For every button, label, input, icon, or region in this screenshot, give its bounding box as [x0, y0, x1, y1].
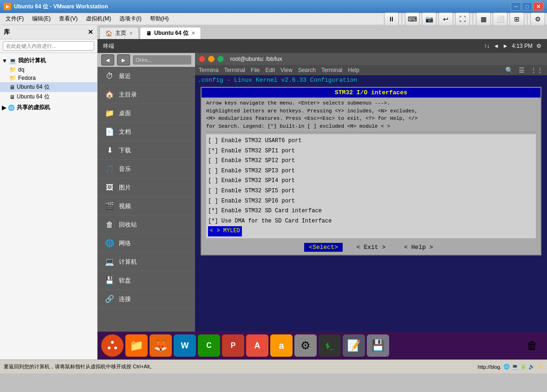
- tab-ubuntu64[interactable]: 🖥 Ubuntu 64 位 ✕: [140, 27, 201, 39]
- desktop-icon: 📁: [105, 109, 114, 118]
- search-input[interactable]: [3, 41, 94, 51]
- maximize-button[interactable]: □: [522, 2, 532, 11]
- term-menu-terminal[interactable]: Terminal: [224, 67, 245, 73]
- taskbar-impress-icon[interactable]: P: [222, 334, 244, 357]
- nav-desktop[interactable]: 📁 桌面: [98, 104, 195, 123]
- list-item-9-selected[interactable]: < > MYLED: [208, 226, 242, 236]
- sidebar-section-shared-vms[interactable]: ▶ 🌐 共享的虚拟机: [0, 102, 97, 112]
- forward-button[interactable]: ►: [117, 54, 130, 65]
- taskbar-ubuntu-icon[interactable]: [101, 334, 124, 357]
- menu-tab[interactable]: 选项卡(I): [116, 14, 145, 24]
- nav-documents[interactable]: 📄 文档: [98, 123, 195, 141]
- view-button[interactable]: ▦: [476, 13, 491, 26]
- nav-home[interactable]: 🏠 主目录: [98, 85, 195, 104]
- nav-videos[interactable]: 🎬 视频: [98, 197, 195, 216]
- home-tab-icon: 🏠: [105, 30, 112, 37]
- menu-help[interactable]: 帮助(H): [146, 14, 173, 24]
- list-item-3[interactable]: [ ] Enable STM32 SPI3 port: [208, 166, 534, 176]
- taskbar-files-icon[interactable]: 📁: [125, 334, 148, 357]
- vm-icon-ubuntu1: 🖥: [9, 84, 15, 91]
- list-item-0[interactable]: [ ] Enable STM32 USART6 port: [208, 136, 534, 146]
- menu-vm[interactable]: 虚拟机(M): [82, 14, 115, 24]
- taskbar-amazon-icon[interactable]: a: [270, 334, 293, 357]
- select-button[interactable]: <Select>: [304, 243, 342, 252]
- menu-view[interactable]: 查看(V): [55, 14, 81, 24]
- sidebar-search-container: [0, 39, 97, 53]
- term-menu-help[interactable]: Help: [348, 67, 359, 73]
- nav-connect[interactable]: 🔗 连接: [98, 290, 195, 308]
- list-item-4[interactable]: [ ] Enable STM32 SPI4 port: [208, 176, 534, 186]
- taskbar-notes-icon[interactable]: 📝: [343, 334, 365, 357]
- list-item-2[interactable]: [ ] Enable STM32 SPI2 port: [208, 156, 534, 166]
- content-area: 🏠 主页 ✕ 🖥 Ubuntu 64 位 ✕ 终端 ↑↓ ◄ ►: [98, 25, 547, 359]
- terminal-area[interactable]: root@ubuntu: /bb/lux Termina Terminal Fi…: [195, 53, 547, 332]
- terminal-body[interactable]: .config - Linux Kernel v2.6.33 Configura…: [195, 75, 547, 332]
- sidebar-close-icon[interactable]: ✕: [88, 28, 93, 36]
- unity-button[interactable]: ⊞: [509, 13, 524, 26]
- sidebar-item-fedora[interactable]: 📁 Fedora: [0, 74, 97, 82]
- menuconfig-list[interactable]: [ ] Enable STM32 USART6 port [*] Enable …: [206, 134, 536, 238]
- term-menu-file[interactable]: File: [251, 67, 260, 73]
- list-item-8[interactable]: [*] Use DMA for the SD Card Interface: [208, 216, 534, 227]
- menu-file[interactable]: 文件(F): [2, 14, 27, 24]
- menu-bar: 文件(F) 编辑(E) 查看(V) 虚拟机(M) 选项卡(I) 帮助(H) ⏸ …: [0, 13, 547, 25]
- list-item-6[interactable]: [ ] Enable STM32 SPI6 port: [208, 196, 534, 207]
- terminal-maximize-btn[interactable]: [217, 56, 224, 62]
- terminal-bottom-prompt: [195, 257, 547, 267]
- location-bar[interactable]: OHrs...: [133, 55, 191, 65]
- term-menu-view[interactable]: View: [280, 67, 293, 73]
- taskbar-terminal-icon[interactable]: $_: [319, 334, 341, 357]
- taskbar-firefox-icon[interactable]: 🦊: [150, 334, 172, 357]
- close-button[interactable]: ✕: [533, 2, 543, 11]
- terminal-close-btn[interactable]: [199, 56, 205, 62]
- nav-downloads[interactable]: ⬇ 下载: [98, 141, 195, 160]
- sidebar-item-dq[interactable]: 📁 dq: [0, 65, 97, 74]
- taskbar-writer-icon[interactable]: W: [174, 334, 196, 357]
- trash-icon: 🗑: [105, 221, 114, 229]
- location-text: OHrs...: [136, 57, 152, 63]
- ubuntu64-tab-close[interactable]: ✕: [191, 31, 195, 36]
- nav-trash[interactable]: 🗑 回收站: [98, 216, 195, 234]
- pause-button[interactable]: ⏸: [384, 13, 399, 26]
- taskbar-calc-icon[interactable]: C: [198, 334, 220, 357]
- status-url: http://blog.: [478, 364, 501, 370]
- revert-button[interactable]: ↩: [438, 13, 453, 26]
- taskbar-disks-icon[interactable]: 💾: [367, 334, 389, 357]
- list-item-7[interactable]: [*] Enable STM32 SD Card interface: [208, 206, 534, 216]
- list-item-1[interactable]: [*] Enable STM32 SPI1 port: [208, 146, 534, 157]
- terminal-minimize-btn[interactable]: [208, 56, 215, 62]
- sidebar-item-ubuntu1[interactable]: 🖥 Ubuntu 64 位: [0, 82, 97, 92]
- send-ctrl-alt-del[interactable]: ⌨: [405, 13, 420, 26]
- nav-floppy[interactable]: 💾 软盘: [98, 271, 195, 290]
- ubuntu-vm-display[interactable]: 终端 ↑↓ ◄ ► 4:13 PM ⚙ ◄ ►: [98, 39, 547, 359]
- taskbar-trash[interactable]: 🗑: [521, 334, 543, 357]
- tab-home[interactable]: 🏠 主页 ✕: [99, 27, 139, 39]
- term-menu-edit[interactable]: Edit: [265, 67, 275, 73]
- nav-music[interactable]: 🎵 音乐: [98, 160, 195, 178]
- exit-button[interactable]: < Exit >: [352, 243, 390, 252]
- minimize-button[interactable]: ─: [511, 2, 521, 11]
- help-button[interactable]: < Help >: [399, 243, 437, 252]
- nav-pictures[interactable]: 🖼 图片: [98, 178, 195, 197]
- term-menu-search[interactable]: Search: [298, 67, 316, 73]
- taskbar-settings-icon[interactable]: ⚙: [294, 334, 317, 357]
- nav-recent[interactable]: ⏱ 最近: [98, 67, 195, 85]
- snapshot-button[interactable]: 📷: [422, 13, 436, 26]
- menu-edit[interactable]: 编辑(E): [28, 14, 54, 24]
- title-bar-buttons[interactable]: ─ □ ✕: [511, 2, 543, 11]
- computer-icon: 💻: [9, 58, 16, 64]
- term-menu-termina[interactable]: Termina: [199, 67, 219, 73]
- nav-computer[interactable]: 💻 计算机: [98, 253, 195, 271]
- fullscreen-button[interactable]: ⛶: [455, 13, 470, 26]
- term-menu-terminal2[interactable]: Terminal: [321, 67, 342, 73]
- list-item-5[interactable]: [ ] Enable STM32 SPI5 port: [208, 186, 534, 196]
- sidebar-item-ubuntu2[interactable]: 🖥 Ubuntu 64 位: [0, 92, 97, 102]
- nav-network[interactable]: 🌐 网络: [98, 234, 195, 253]
- prefs-button[interactable]: ⚙: [530, 13, 545, 26]
- sidebar-section-my-computer[interactable]: ▼ 💻 我的计算机: [0, 55, 97, 65]
- back-button[interactable]: ◄: [101, 54, 114, 65]
- menuconfig-dialog[interactable]: STM32 I/O interfaces Arrow keys navigate…: [201, 87, 541, 255]
- taskbar-font-icon[interactable]: A: [246, 334, 268, 357]
- home-tab-close[interactable]: ✕: [129, 31, 133, 36]
- view-stretch[interactable]: ⬜: [493, 13, 508, 26]
